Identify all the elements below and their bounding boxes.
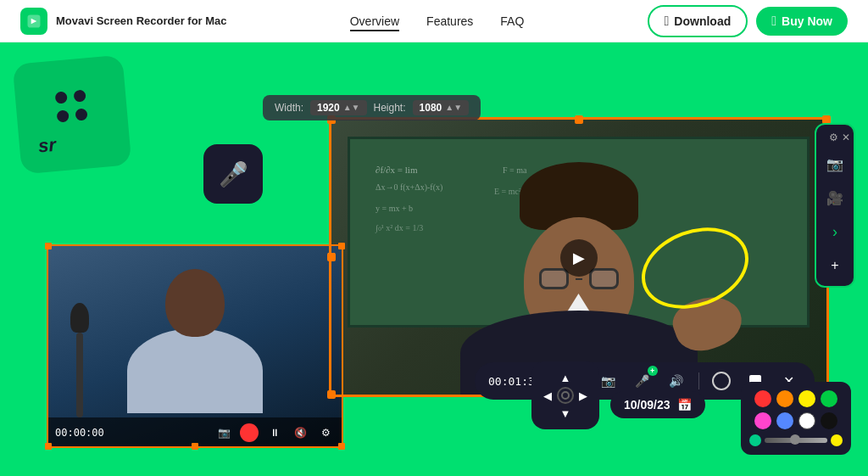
header: Movavi Screen Recorder for Mac Overview … [0, 0, 868, 42]
center-dot [561, 391, 570, 400]
buy-label: Buy Now [782, 14, 832, 28]
apple-icon-download:  [665, 14, 670, 29]
deco-square: sr [13, 55, 132, 175]
palette-slider[interactable] [749, 434, 843, 446]
mic-plus-badge: + [648, 366, 658, 376]
color-red[interactable] [754, 390, 771, 407]
deco-dot [55, 91, 68, 104]
color-palette [741, 382, 851, 455]
microphone-icon: 🎤 [219, 160, 248, 188]
webcam-handle-bl[interactable] [45, 443, 52, 450]
glass-bridge [576, 278, 582, 280]
expand-toolbar-button[interactable]: › [820, 216, 850, 247]
teacher-video: ∂f/∂x = lim Δx→0 f(x+Δx)-f(x) y = mx + b… [331, 120, 826, 395]
width-arrows[interactable]: ▲▼ [343, 104, 360, 112]
nav-features[interactable]: Features [426, 14, 473, 28]
logo-area: Movavi Screen Recorder for Mac [20, 8, 227, 35]
nav-faq[interactable]: FAQ [500, 14, 524, 28]
svg-text:F = ma: F = ma [503, 165, 527, 175]
height-value-field[interactable]: 1080 ▲▼ [413, 100, 470, 115]
date-display: 10/09/23 📅 [610, 391, 705, 418]
glass-left [539, 268, 569, 289]
slider-start-dot [749, 434, 761, 446]
color-yellow[interactable] [798, 390, 815, 407]
width-label: Width: [275, 102, 303, 114]
palette-row-1 [749, 390, 843, 407]
record-circle-icon [712, 372, 731, 390]
camera-rec-button[interactable]: 📷 [597, 369, 620, 393]
calendar-icon[interactable]: 📅 [677, 398, 692, 412]
svg-text:E = mc²: E = mc² [494, 187, 521, 196]
add-toolbar-button[interactable]: + [820, 250, 850, 281]
download-label: Download [674, 14, 731, 28]
color-orange[interactable] [776, 390, 793, 407]
color-blue[interactable] [776, 412, 793, 429]
toolbar-divider-2 [698, 372, 699, 389]
main-content: sr 🎤 Width: 1920 ▲▼ Height: 1080 ▲▼ [0, 42, 868, 476]
height-value: 1080 [420, 102, 442, 114]
webcam-handle-bm[interactable] [192, 443, 198, 450]
logo-icon [20, 8, 47, 35]
svg-text:Δx→0 f(x+Δx)-f(x): Δx→0 f(x+Δx)-f(x) [376, 182, 442, 193]
dimension-bar: Width: 1920 ▲▼ Height: 1080 ▲▼ [263, 95, 481, 120]
main-nav: Overview Features FAQ [350, 14, 525, 28]
arrow-left-button[interactable]: ◀ [543, 389, 552, 402]
webcam-handle-br[interactable] [338, 443, 345, 450]
width-value-field[interactable]: 1920 ▲▼ [310, 100, 367, 115]
download-button[interactable]:  Download [648, 5, 748, 37]
arrow-right-button[interactable]: ▶ [579, 389, 587, 402]
deco-dot [75, 108, 87, 120]
record-rec-button[interactable] [709, 369, 733, 393]
slider-track[interactable] [765, 438, 827, 443]
deco-dots [55, 90, 88, 123]
mic-button[interactable]: 🎤 [203, 144, 263, 204]
webcam-handle-tr[interactable] [338, 243, 345, 249]
color-white[interactable] [798, 412, 815, 429]
glass-right [589, 268, 619, 289]
webcam-selection-border [47, 244, 343, 448]
arrow-pad-inner: ▲ ◀ ▶ ▼ [540, 370, 591, 421]
width-value: 1920 [317, 102, 340, 114]
palette-row-2 [749, 412, 843, 429]
svg-text:y = mx + b: y = mx + b [376, 204, 413, 213]
deco-dot [57, 109, 70, 122]
height-label: Height: [374, 102, 406, 114]
deco-dot [74, 90, 86, 103]
nav-overview[interactable]: Overview [350, 14, 399, 28]
video-toolbar-button[interactable]: 🎥 [820, 182, 850, 213]
volume-rec-button[interactable]: 🔊 [665, 369, 688, 393]
svg-text:∫₀¹ x² dx = 1/3: ∫₀¹ x² dx = 1/3 [375, 223, 423, 233]
toolbar-header: ⚙ ✕ [816, 130, 854, 145]
center-button[interactable] [557, 387, 574, 404]
screenshot-toolbar-button[interactable]: 📷 [820, 148, 850, 179]
date-value: 10/09/23 [624, 398, 670, 412]
play-button[interactable]: ▶ [560, 239, 598, 277]
color-black[interactable] [821, 412, 837, 429]
close-icon[interactable]: ✕ [842, 132, 850, 143]
height-arrows[interactable]: ▲▼ [445, 104, 462, 112]
right-toolbar: ⚙ ✕ 📷 🎥 › + [815, 123, 855, 288]
apple-icon-buy:  [771, 14, 776, 29]
mic-rec-button[interactable]: 🎤 + [631, 369, 654, 393]
logo-text: Movavi Screen Recorder for Mac [56, 14, 227, 27]
color-green[interactable] [821, 390, 837, 407]
gear-icon[interactable]: ⚙ [829, 132, 838, 143]
slider-end-dot [831, 434, 843, 446]
svg-text:∂f/∂x = lim: ∂f/∂x = lim [376, 165, 418, 175]
header-buttons:  Download  Buy Now [648, 5, 848, 37]
arrow-up-button[interactable]: ▲ [560, 372, 571, 384]
buy-now-button[interactable]:  Buy Now [756, 7, 848, 36]
deco-sr-text: sr [37, 134, 57, 158]
slider-thumb[interactable] [790, 434, 800, 445]
webcam-handle-tl[interactable] [45, 243, 52, 249]
arrow-pad: ▲ ◀ ▶ ▼ [531, 361, 599, 429]
arrow-down-button[interactable]: ▼ [560, 407, 571, 420]
color-pink[interactable] [754, 412, 771, 429]
